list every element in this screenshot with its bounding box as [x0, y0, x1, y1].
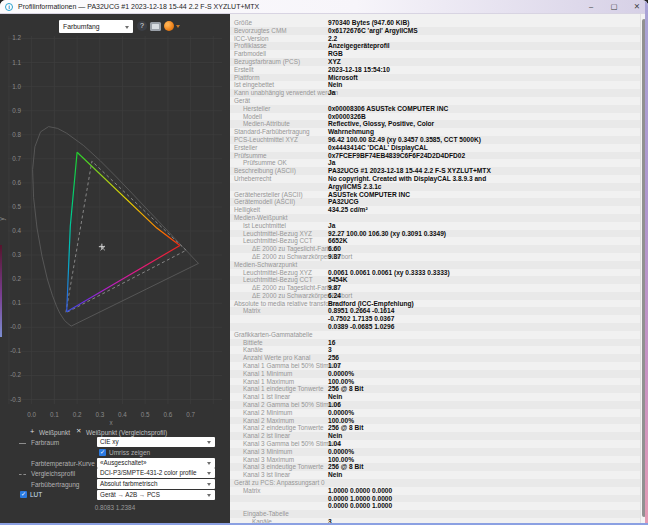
info-row: Helligkeit434.25 cd/m²: [230, 206, 645, 214]
profile-information-window: i Profilinformationen — PA32UCG #1 2023-…: [0, 0, 648, 525]
info-row: Kanal 2 Gamma bei 50% Stimulus1.06: [230, 401, 645, 409]
info-row: Prüfsumme0x7FCEF9BF74EB4839C6F6F24D2D4DF…: [230, 152, 645, 160]
info-row: Eingabe-Tabelle: [230, 510, 645, 518]
color-temperature-curve-select[interactable]: «Ausgeschaltet»: [97, 458, 215, 468]
svg-text:1.1: 1.1: [12, 59, 21, 66]
svg-text:0.7: 0.7: [186, 411, 195, 418]
background-window-sliver: [0, 245, 2, 337]
info-row: Gerät zu PCS: Anpassungsart 0: [230, 479, 645, 487]
window-title: Profilinformationen — PA32UCG #1 2023-12…: [18, 3, 259, 10]
info-row: Medien-AttributeReflective, Glossy, Posi…: [230, 120, 645, 128]
info-row: Größe970340 Bytes (947.60 KiB): [230, 19, 645, 27]
minimize-button[interactable]: –: [586, 0, 596, 14]
install-profile-icon[interactable]: [164, 21, 174, 31]
svg-text:0.5: 0.5: [141, 411, 150, 418]
info-row: Bezugsfarbraum (PCS)XYZ: [230, 58, 645, 66]
info-row: ICC-Version2.2: [230, 35, 645, 43]
svg-text:0.4: 0.4: [12, 227, 21, 234]
info-row: ProfilklasseAnzeigegeräteprofil: [230, 42, 645, 50]
info-row: Medien-Schwarzpunkt: [230, 261, 645, 269]
info-row: Hersteller0x00008306 ASUSTek COMPUTER IN…: [230, 105, 645, 113]
info-row: Kann unabhängig verwendet werdenJa: [230, 89, 645, 97]
info-row: Kanal 3 Gamma bei 50% Stimulus1.04: [230, 440, 645, 448]
svg-text:0.1: 0.1: [50, 411, 59, 418]
maximize-button[interactable]: ▢: [609, 0, 619, 14]
info-row: Beschreibung (ASCII)PA32UCG #1 2023-12-1…: [230, 167, 645, 175]
info-row: Kanal 3 eindeutige Tonwerte256 @ 8 Bit: [230, 463, 645, 471]
svg-text:0.0: 0.0: [27, 411, 36, 418]
svg-text:0.6: 0.6: [12, 179, 21, 186]
info-row: ΔE 2000 zu Schwarzkörper-Farbort9.87: [230, 253, 645, 261]
svg-text:0.5: 0.5: [12, 203, 21, 210]
rendering-intent-select[interactable]: Absolut farbmetrisch: [97, 479, 215, 489]
svg-text:0.3: 0.3: [12, 251, 21, 258]
svg-text:0.3: 0.3: [95, 411, 104, 418]
info-row: Standard-FarbübertragungWahrnehmung: [230, 128, 645, 136]
info-row: ArgyllCMS 2.3.1c: [230, 183, 645, 191]
close-button[interactable]: ✕: [632, 0, 642, 14]
info-row: Matrix0.8951 0.2664 -0.1614: [230, 307, 645, 315]
svg-text:0.1: 0.1: [12, 299, 21, 306]
info-row: Modell0x0000326B: [230, 113, 645, 121]
info-row: Kanal 1 eindeutige Tonwerte256 @ 8 Bit: [230, 385, 645, 393]
info-row: Gerät: [230, 97, 645, 105]
outline-checkbox[interactable]: ✓: [99, 449, 106, 456]
info-row: Leuchtmittel-Bezug XYZ92.27 100.00 106.3…: [230, 230, 645, 238]
info-row: Leuchtmittel-Bezug CCT5454K: [230, 276, 645, 284]
info-row: Leuchtmittel-Bezug XYZ0.0061 0.0061 0.00…: [230, 269, 645, 277]
info-row: Prüfsumme OKJa: [230, 159, 645, 167]
svg-text:0.8: 0.8: [12, 131, 21, 138]
info-row: -0.7502 1.7135 0.0367: [230, 315, 645, 323]
info-row: FarbmodellRGB: [230, 50, 645, 58]
colorspace-label: Farbraum: [31, 439, 59, 446]
info-row: Kanal 3 ist linearNein: [230, 471, 645, 479]
lut-direction-select[interactable]: Gerät → A2B → PCS: [97, 490, 215, 500]
info-row: Kanal 1 Maximum100.00%: [230, 378, 645, 386]
info-icon: i: [5, 3, 13, 11]
info-row: Kanal 2 ist linearNein: [230, 432, 645, 440]
svg-text:y: y: [0, 217, 6, 221]
info-row: Kanal 2 Maximum100.00%: [230, 417, 645, 425]
chromaticity-diagram[interactable]: 1.21.11.00.90.80.70.60.50.40.30.20.1-0.0…: [0, 32, 230, 428]
titlebar: i Profilinformationen — PA32UCG #1 2023-…: [0, 0, 648, 14]
svg-text:0.4: 0.4: [118, 411, 127, 418]
svg-text:x: x: [110, 419, 114, 426]
info-row: ΔE 2000 zu Tageslicht-Farbort9.87: [230, 284, 645, 292]
colorspace-select[interactable]: CIE xy: [97, 437, 215, 447]
info-row: Absolute to media relative transformBrad…: [230, 300, 645, 308]
report-image-icon[interactable]: [150, 22, 161, 31]
info-row: Bevorzugtes CMM0x6172676C 'argl' ArgyllC…: [230, 27, 645, 35]
lut-checkbox[interactable]: ✓: [20, 491, 27, 498]
svg-text:0.7: 0.7: [12, 155, 21, 162]
info-row: 0.0389 -0.0685 1.0296: [230, 323, 645, 331]
svg-text:-0.1: -0.1: [10, 347, 21, 354]
info-row: UrheberrechtNo copyright. Created with D…: [230, 175, 645, 183]
info-row: Kanal 2 eindeutige Tonwerte256 @ 8 Bit: [230, 424, 645, 432]
info-row: Ist LeuchtmittelJa: [230, 222, 645, 230]
info-row: Gerätemodell (ASCII)PA32UCG: [230, 198, 645, 206]
color-temperature-curve-label: Farbtemperatur-Kurve: [31, 460, 95, 467]
gamut-line-icon: [19, 443, 26, 444]
outline-checkbox-label: Umriss zeigen: [109, 449, 150, 456]
cursor-coordinates: 0.8083 1.2384: [0, 504, 230, 511]
comparison-line-icon: [19, 474, 26, 475]
svg-text:1.2: 1.2: [12, 34, 21, 41]
whitepoint-comparison-marker-icon: ✕: [76, 427, 81, 435]
profile-menu-caret-icon[interactable]: [176, 25, 180, 28]
comparison-profile-select[interactable]: DCI-P3/SMPTE-431-2 color profile: [97, 468, 215, 478]
info-row: PlattformMicrosoft: [230, 74, 645, 82]
svg-text:-0.2: -0.2: [10, 371, 21, 378]
info-row: Kanal 3 Maximum100.00%: [230, 456, 645, 464]
info-row: Ist eingebettetNein: [230, 81, 645, 89]
svg-text:0.2: 0.2: [73, 411, 82, 418]
info-row: Kanal 3 Minimum0.0000%: [230, 448, 645, 456]
svg-text:-0.0: -0.0: [10, 323, 21, 330]
help-icon[interactable]: ?: [137, 21, 147, 31]
rendering-intent-label: Farbübertragung: [31, 481, 79, 488]
svg-text:0.6: 0.6: [164, 411, 173, 418]
comparison-profile-label: Vergleichsprofil: [31, 470, 75, 477]
info-row: PCS-Leuchtmittel XYZ96.42 100.00 82.49 (…: [230, 136, 645, 144]
info-row: Kanal 1 Minimum0.0000%: [230, 370, 645, 378]
svg-text:1.0: 1.0: [12, 83, 21, 90]
info-row: 0.0000 1.0000 0.0000: [230, 495, 645, 503]
